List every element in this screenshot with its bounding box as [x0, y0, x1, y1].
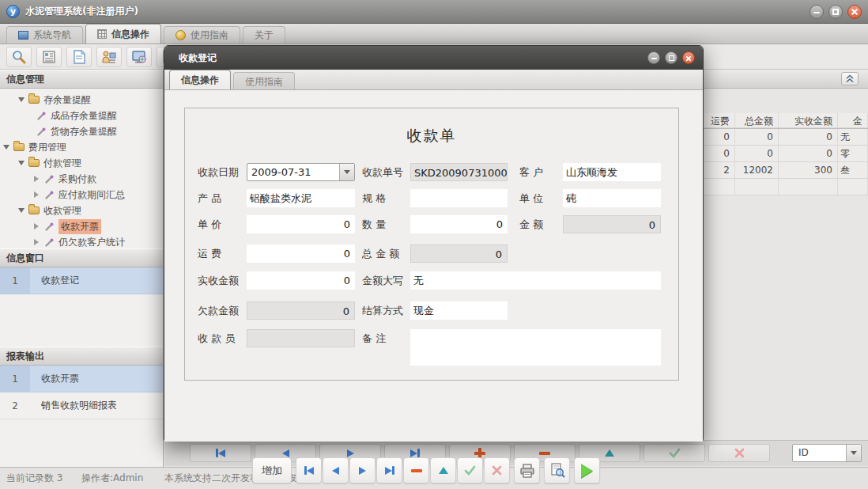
- execute-button[interactable]: [574, 457, 600, 483]
- dropdown-button[interactable]: [846, 445, 861, 461]
- edit-record-button[interactable]: [430, 457, 456, 483]
- print-preview-icon: [549, 463, 565, 478]
- form-button[interactable]: [36, 47, 62, 67]
- dialog-titlebar[interactable]: 收款登记: [164, 46, 703, 70]
- dialog-tab-user-guide[interactable]: 使用指南: [233, 72, 295, 89]
- total-amount-label: 总 金 额: [362, 244, 399, 263]
- customer-field[interactable]: 山东顺海发: [563, 163, 661, 181]
- amount-words-label: 金额大写: [362, 271, 403, 290]
- operator: 操作者:Admin: [81, 472, 157, 485]
- sidebar: 信息管理 存余量提醒 成品存余量提醒 货物存余量提醒 费用管理: [0, 70, 164, 467]
- receipt-no-label: 收款单号: [362, 163, 403, 181]
- collapse-panel-button[interactable]: [841, 72, 859, 85]
- chevron-right-icon[interactable]: [34, 176, 44, 182]
- remark-textarea[interactable]: [410, 329, 661, 366]
- nav-next-button[interactable]: [349, 457, 376, 483]
- post-record-button[interactable]: [457, 457, 483, 483]
- post-record-button[interactable]: [643, 444, 705, 462]
- grid-cell: 无: [838, 129, 868, 146]
- cancel-record-button[interactable]: [484, 457, 510, 483]
- amount-words-field[interactable]: 无: [410, 271, 661, 290]
- tree-item-receipt-invoice[interactable]: 收款开票: [0, 218, 163, 234]
- report-list: 1 收款开票 2 销售收款明细报表: [0, 366, 163, 419]
- nav-last-button[interactable]: [376, 457, 402, 483]
- chevron-down-icon[interactable]: [3, 145, 13, 150]
- chevron-down-icon[interactable]: [18, 208, 28, 213]
- nav-first-button[interactable]: [296, 457, 322, 483]
- printer-icon: [519, 464, 535, 478]
- grid-header-cell[interactable]: 实收金额: [779, 113, 838, 128]
- settlement-field[interactable]: 现金: [410, 301, 508, 320]
- document-button[interactable]: [66, 47, 92, 67]
- sidebar-header-reports: 报表输出: [0, 347, 163, 366]
- chevron-right-icon[interactable]: [34, 223, 44, 229]
- price-field[interactable]: 0: [247, 215, 355, 233]
- tree-item-goods-stock[interactable]: 货物存余量提醒: [0, 123, 163, 139]
- grid-header-row: 运费 总金额 实收金额 金: [680, 113, 868, 129]
- minus-icon: [411, 469, 422, 472]
- dialog-button-bar: 增加: [252, 457, 600, 483]
- folder-icon: [13, 143, 25, 151]
- dialog-maximize-button[interactable]: [665, 51, 677, 64]
- tree-item-purchase-payment[interactable]: 采购付款: [0, 171, 163, 187]
- x-icon: [734, 448, 745, 458]
- receipt-data-grid: 运费 总金额 实收金额 金 0 0 0 0 无 0 0 0 0 零 0 2: [680, 113, 868, 195]
- list-item-receipt-register[interactable]: 1 收款登记: [0, 267, 163, 294]
- grid-header-cell[interactable]: 总金额: [735, 113, 779, 128]
- dialog-tab-info-ops[interactable]: 信息操作: [169, 70, 231, 89]
- quantity-field[interactable]: 0: [410, 215, 508, 233]
- tree-item-stock-reminder[interactable]: 存余量提醒: [0, 92, 163, 108]
- spec-field[interactable]: [410, 189, 508, 207]
- tab-about[interactable]: 关于: [243, 26, 285, 44]
- grid-row[interactable]: 0 0 0 0 零: [680, 146, 868, 162]
- monitor-button[interactable]: [126, 47, 152, 67]
- total-amount-field: 0: [410, 244, 508, 263]
- tree-item-payable-summary[interactable]: 应付款期间汇总: [0, 187, 163, 203]
- freight-field[interactable]: 0: [247, 244, 355, 263]
- tab-system-nav[interactable]: 系统导航: [6, 26, 83, 44]
- grid-row[interactable]: 0 0 0 0 无: [680, 129, 868, 146]
- grid-cell: 0: [779, 129, 838, 146]
- delete-record-button[interactable]: [403, 457, 429, 483]
- chevron-down-icon[interactable]: [18, 161, 28, 165]
- grid-row[interactable]: 0 2 12002 300 叁: [680, 162, 868, 179]
- tree-item-receipt-mgmt[interactable]: 收款管理: [0, 203, 163, 218]
- add-button[interactable]: 增加: [252, 457, 292, 483]
- close-button[interactable]: [847, 5, 862, 19]
- chevron-down-icon[interactable]: [18, 97, 28, 102]
- search-button[interactable]: [6, 47, 32, 67]
- nav-first-button[interactable]: [190, 444, 251, 462]
- user-chart-button[interactable]: [96, 47, 122, 67]
- cancel-record-button[interactable]: [708, 444, 770, 462]
- dialog-close-button[interactable]: [682, 51, 695, 64]
- date-combobox[interactable]: 2009-07-31: [247, 163, 355, 181]
- list-item-receipt-invoice-report[interactable]: 1 收款开票: [0, 366, 163, 392]
- settlement-label: 结算方式: [362, 301, 403, 320]
- amount-field: 0: [563, 215, 661, 233]
- grid-row-empty: [680, 179, 868, 195]
- tree-item-payment-mgmt[interactable]: 付款管理: [0, 155, 163, 171]
- tab-user-guide[interactable]: 使用指南: [164, 26, 240, 44]
- grid-header-cell[interactable]: 金: [838, 113, 868, 128]
- print-button[interactable]: [514, 457, 540, 483]
- id-field-selector[interactable]: ID: [792, 444, 862, 462]
- tab-info-ops[interactable]: 信息操作: [85, 24, 161, 44]
- nav-prev-button[interactable]: [323, 457, 349, 483]
- dialog-minimize-button[interactable]: [647, 51, 660, 64]
- selected-tree-item: 收款开票: [58, 219, 101, 234]
- dropdown-button[interactable]: [339, 164, 354, 180]
- minimize-button[interactable]: [810, 5, 824, 19]
- maximize-button[interactable]: [828, 5, 843, 19]
- first-record-icon: [304, 466, 314, 475]
- product-field[interactable]: 铝酸盐类水泥: [247, 189, 355, 207]
- guide-ball-icon: [175, 30, 186, 40]
- chevron-right-icon[interactable]: [34, 191, 44, 198]
- tree-item-debt-customer-stats[interactable]: 仍欠款客户统计: [0, 234, 163, 250]
- tree-item-product-stock[interactable]: 成品存余量提醒: [0, 108, 163, 123]
- unit-field[interactable]: 砘: [563, 189, 661, 207]
- print-preview-button[interactable]: [544, 457, 570, 483]
- received-field[interactable]: 0: [247, 271, 355, 290]
- chevron-right-icon[interactable]: [34, 239, 44, 245]
- tree-item-expense-mgmt[interactable]: 费用管理: [0, 139, 163, 155]
- list-item-sales-receipt-detail-report[interactable]: 2 销售收款明细报表: [0, 392, 163, 419]
